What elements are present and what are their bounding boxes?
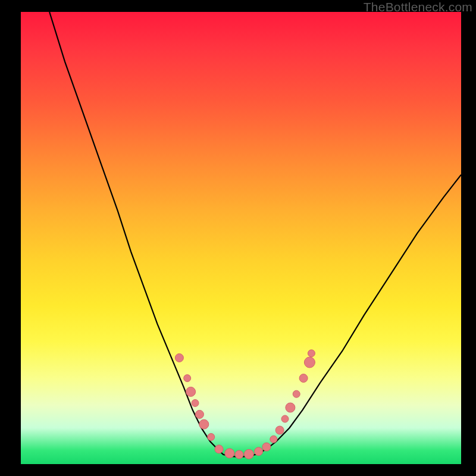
- data-point: [281, 415, 289, 422]
- scatter-points: [175, 350, 315, 459]
- data-point: [286, 403, 295, 412]
- data-point: [208, 433, 215, 440]
- data-point: [244, 449, 253, 459]
- data-point: [184, 375, 191, 382]
- bottleneck-curve: [49, 12, 461, 457]
- data-point: [275, 426, 284, 434]
- data-point: [186, 387, 196, 396]
- data-point: [270, 436, 277, 443]
- bottleneck-plot: [21, 12, 461, 464]
- data-point: [225, 449, 234, 458]
- data-point: [192, 399, 199, 406]
- data-point: [299, 374, 308, 383]
- data-point: [255, 447, 263, 456]
- data-point: [262, 443, 271, 451]
- data-point: [293, 390, 300, 397]
- data-point: [308, 350, 315, 357]
- data-point: [195, 410, 203, 418]
- data-point: [215, 445, 223, 453]
- app-frame: TheBottleneck.com: [0, 0, 476, 476]
- data-point: [175, 353, 183, 362]
- data-point: [304, 357, 315, 368]
- data-point: [199, 419, 209, 429]
- curve-layer: [21, 12, 461, 464]
- data-point: [235, 450, 243, 459]
